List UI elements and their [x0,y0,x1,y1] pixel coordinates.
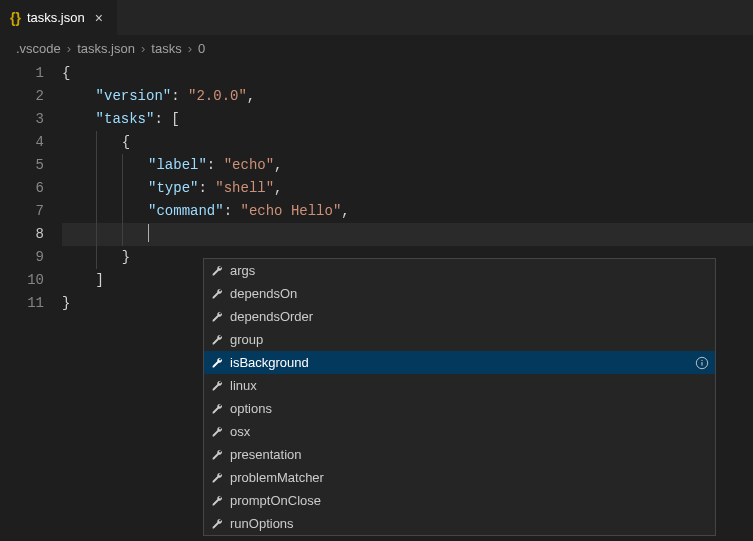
line-number: 8 [0,223,44,246]
wrench-icon [210,356,224,370]
suggestion-item[interactable]: promptOnClose [204,489,715,512]
wrench-icon [210,287,224,301]
suggestion-label: dependsOrder [230,309,709,324]
wrench-icon [210,494,224,508]
line-number: 11 [0,292,44,315]
chevron-right-icon: › [67,41,71,56]
close-icon[interactable]: × [91,10,107,26]
wrench-icon [210,517,224,531]
chevron-right-icon: › [141,41,145,56]
code-line[interactable]: { [62,62,753,85]
wrench-icon [210,425,224,439]
tab-bar: {} tasks.json × [0,0,753,35]
code-line[interactable]: { [62,131,753,154]
suggestion-label: isBackground [230,355,689,370]
suggestion-label: options [230,401,709,416]
intellisense-popup[interactable]: argsdependsOndependsOrdergroupisBackgrou… [203,258,716,536]
line-number: 3 [0,108,44,131]
suggestion-label: args [230,263,709,278]
suggestion-item[interactable]: linux [204,374,715,397]
wrench-icon [210,379,224,393]
info-icon[interactable] [695,356,709,370]
suggestion-item[interactable]: group [204,328,715,351]
line-number: 10 [0,269,44,292]
suggestion-label: group [230,332,709,347]
suggestion-item[interactable]: problemMatcher [204,466,715,489]
suggestion-label: promptOnClose [230,493,709,508]
line-number: 4 [0,131,44,154]
suggestion-label: runOptions [230,516,709,531]
suggestion-label: osx [230,424,709,439]
suggestion-item[interactable]: presentation [204,443,715,466]
suggestion-label: presentation [230,447,709,462]
code-line[interactable]: "tasks": [ [62,108,753,131]
line-number: 7 [0,200,44,223]
wrench-icon [210,264,224,278]
suggestion-item[interactable]: isBackground [204,351,715,374]
breadcrumb-part[interactable]: .vscode [16,41,61,56]
code-line[interactable]: "command": "echo Hello", [62,200,753,223]
line-number: 5 [0,154,44,177]
chevron-right-icon: › [188,41,192,56]
line-number-gutter: 1234567891011 [0,62,62,315]
line-number: 2 [0,85,44,108]
text-cursor [148,224,149,242]
svg-rect-1 [701,362,702,366]
suggestion-label: problemMatcher [230,470,709,485]
wrench-icon [210,448,224,462]
suggestion-item[interactable]: dependsOn [204,282,715,305]
suggestion-label: linux [230,378,709,393]
code-line[interactable] [62,223,753,246]
tab-filename: tasks.json [27,10,85,25]
suggestion-item[interactable]: dependsOrder [204,305,715,328]
suggestion-item[interactable]: osx [204,420,715,443]
line-number: 1 [0,62,44,85]
suggestion-item[interactable]: runOptions [204,512,715,535]
line-number: 9 [0,246,44,269]
json-file-icon: {} [10,10,21,26]
svg-rect-2 [701,359,702,360]
code-line[interactable]: "version": "2.0.0", [62,85,753,108]
wrench-icon [210,310,224,324]
suggestion-label: dependsOn [230,286,709,301]
line-number: 6 [0,177,44,200]
breadcrumb-part[interactable]: tasks [151,41,181,56]
breadcrumb-part[interactable]: 0 [198,41,205,56]
breadcrumb[interactable]: .vscode › tasks.json › tasks › 0 [0,35,753,62]
breadcrumb-part[interactable]: tasks.json [77,41,135,56]
code-line[interactable]: "type": "shell", [62,177,753,200]
suggestion-item[interactable]: args [204,259,715,282]
suggestion-item[interactable]: options [204,397,715,420]
wrench-icon [210,333,224,347]
wrench-icon [210,471,224,485]
code-line[interactable]: "label": "echo", [62,154,753,177]
wrench-icon [210,402,224,416]
editor-tab[interactable]: {} tasks.json × [0,0,118,35]
